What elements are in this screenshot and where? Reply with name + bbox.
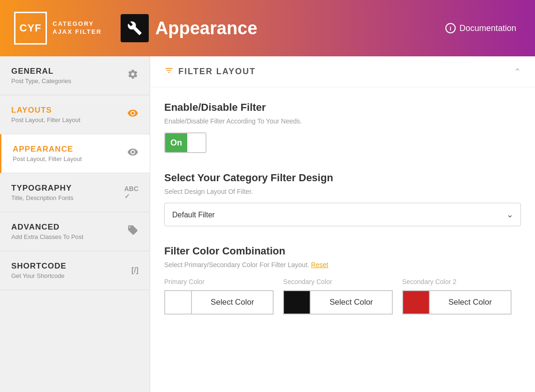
sidebar-item-appearance[interactable]: APPEARANCE Post Layout, Filter Layout <box>0 134 150 173</box>
appearance-icon <box>127 146 138 161</box>
secondary2-color-swatch <box>403 291 429 314</box>
filter-design-select-wrapper: Default Filter Design 1 Design 2 Design … <box>164 203 521 226</box>
secondary-color-label: Secondary Color <box>283 278 392 285</box>
sidebar-item-shortcode[interactable]: SHORTCODE Get Your Shortcode [/] <box>0 251 150 290</box>
secondary-color-swatch <box>284 291 310 314</box>
shortcode-title: SHORTCODE <box>11 261 67 271</box>
filter-color-desc: Select Primary/Secondary Color For Filte… <box>164 261 521 269</box>
secondary2-color-col: Secondary Color 2 Select Color <box>402 278 521 315</box>
wrench-icon <box>121 14 149 42</box>
advanced-title: ADVANCED <box>11 223 84 232</box>
appearance-sub: Post Layout, Filter Layout <box>13 155 82 162</box>
secondary2-select-color-label: Select Color <box>429 291 511 314</box>
brand-text: CATEGORY AJAX FILTER <box>53 20 102 36</box>
typography-title: TYPOGRAPHY <box>11 184 73 193</box>
logo-initials: CYF <box>20 22 42 34</box>
sidebar: GENERAL Post Type, Categories LAYOUTS Po… <box>0 56 150 392</box>
logo-box: CYF <box>14 12 47 45</box>
advanced-icon <box>127 224 138 238</box>
documentation-label: Documentation <box>459 23 516 33</box>
primary-color-col: Primary Color Select Color <box>164 278 283 315</box>
enable-filter-toggle[interactable]: On <box>164 132 206 153</box>
toggle-off-area <box>187 133 206 152</box>
filter-design-select[interactable]: Default Filter Design 1 Design 2 Design … <box>164 203 521 226</box>
secondary-select-color-label: Select Color <box>310 291 391 314</box>
section-title: FILTER LAYOUT <box>178 67 256 77</box>
layouts-icon <box>127 108 138 122</box>
logo-area: CYF CATEGORY AJAX FILTER <box>14 12 102 45</box>
brand-line2: AJAX FILTER <box>53 28 102 36</box>
sidebar-item-layouts[interactable]: LAYOUTS Post Layout, Filter Layout <box>0 95 150 134</box>
enable-filter-title: Enable/Disable Filter <box>164 101 521 114</box>
layouts-title: LAYOUTS <box>11 106 80 115</box>
brand-line1: CATEGORY <box>53 20 102 28</box>
main-layout: GENERAL Post Type, Categories LAYOUTS Po… <box>0 56 535 392</box>
filter-icon <box>164 66 174 77</box>
info-icon: i <box>445 23 456 33</box>
general-icon <box>127 69 138 83</box>
reset-link[interactable]: Reset <box>311 261 329 269</box>
primary-color-picker[interactable]: Select Color <box>164 290 274 315</box>
typography-sub: Title, Description Fonts <box>11 194 73 201</box>
documentation-link[interactable]: i Documentation <box>445 23 516 33</box>
secondary2-color-label: Secondary Color 2 <box>402 278 512 285</box>
filter-design-desc: Select Design Layout Of Filter. <box>164 188 521 195</box>
filter-color-title: Filter Color Combination <box>164 245 521 257</box>
shortcode-sub: Get Your Shortcode <box>11 272 67 279</box>
secondary-color-col: Secondary Color Select Color <box>283 278 402 315</box>
typography-icon: ABC✓ <box>124 185 138 200</box>
general-sub: Post Type, Categories <box>11 77 71 85</box>
advanced-sub: Add Extra Classes To Post <box>11 233 84 240</box>
color-row: Primary Color Select Color Secondary Col… <box>164 278 521 315</box>
filter-design-title: Select Your Category Filter Design <box>164 172 521 184</box>
secondary-color-picker[interactable]: Select Color <box>283 290 392 315</box>
page-title: Appearance <box>155 18 258 38</box>
sidebar-item-typography[interactable]: TYPOGRAPHY Title, Description Fonts ABC✓ <box>0 173 150 212</box>
filter-design-block: Select Your Category Filter Design Selec… <box>164 172 521 226</box>
section-header: FILTER LAYOUT ⌃ <box>150 56 535 87</box>
primary-color-swatch <box>165 291 191 314</box>
content-area: FILTER LAYOUT ⌃ Enable/Disable Filter En… <box>150 56 535 392</box>
content-body: Enable/Disable Filter Enable/Disable Fil… <box>150 87 535 347</box>
collapse-icon[interactable]: ⌃ <box>514 67 521 77</box>
appearance-title: APPEARANCE <box>13 145 82 154</box>
filter-color-block: Filter Color Combination Select Primary/… <box>164 245 521 315</box>
shortcode-icon: [/] <box>131 266 138 275</box>
primary-select-color-label: Select Color <box>191 291 273 314</box>
secondary2-color-picker[interactable]: Select Color <box>402 290 512 315</box>
sidebar-item-advanced[interactable]: ADVANCED Add Extra Classes To Post <box>0 212 150 251</box>
layouts-sub: Post Layout, Filter Layout <box>11 116 80 123</box>
header: CYF CATEGORY AJAX FILTER Appearance i Do… <box>0 0 535 56</box>
enable-filter-block: Enable/Disable Filter Enable/Disable Fil… <box>164 101 521 153</box>
page-title-area: Appearance <box>121 14 258 42</box>
sidebar-item-general[interactable]: GENERAL Post Type, Categories <box>0 56 150 95</box>
primary-color-label: Primary Color <box>164 278 274 285</box>
enable-filter-desc: Enable/Disable Filter According To Your … <box>164 117 521 125</box>
general-title: GENERAL <box>11 67 71 76</box>
toggle-on-label: On <box>165 133 187 152</box>
